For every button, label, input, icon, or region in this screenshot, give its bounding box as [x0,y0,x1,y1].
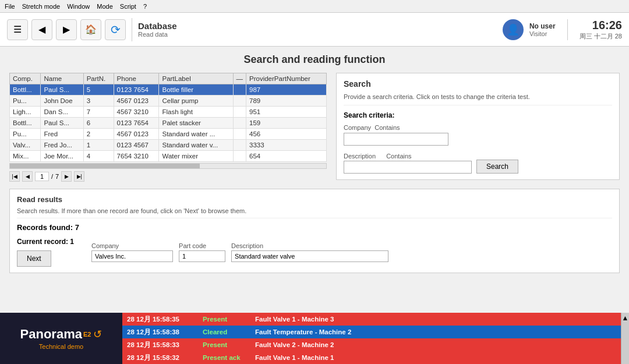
description-filter-label: Description Contains [344,153,472,160]
table-prev-btn[interactable]: ◀ [22,171,33,182]
menu-stretch[interactable]: Stretch mode [22,3,60,10]
main-content: Search and reading function Comp. Name P… [0,47,629,280]
search-hint: Provide a search criteria. Click on test… [344,93,612,105]
forward-button[interactable]: ▶ [56,19,77,40]
current-record-label: Current record: 1 [17,238,74,246]
col-phone: Phone [114,73,159,84]
cell-ppn: 951 [246,107,327,118]
alert-row: 28 12月 15:58:32 Present ack Fault Valve … [122,351,621,364]
search-panel-title: Search [344,79,612,89]
table-last-btn[interactable]: ▶| [74,171,84,182]
cell-name: Joe Mor... [41,151,83,162]
description-field-input[interactable] [231,250,388,262]
cell-name: Paul S... [41,84,83,96]
table-row[interactable]: Valv... Fred Jo... 1 0123 4567 Standard … [10,140,327,151]
description-field-label: Description [231,242,388,249]
user-info: No user Visitor [529,22,556,37]
table-first-btn[interactable]: |◀ [9,171,20,182]
description-search-row: Description Contains Search [344,153,612,174]
cell-ppn: 987 [246,84,327,96]
cell-name: John Doe [41,96,83,107]
time-display: 16:26 [579,19,622,32]
table-scrollbar[interactable] [9,163,327,169]
alert-desc: Fault Valve 1 - Machine 1 [255,354,334,361]
company-search-input[interactable] [344,133,448,146]
menu-file[interactable]: File [5,3,15,10]
cell-sep [233,129,246,140]
alert-time: 28 12月 15:58:38 [127,328,203,337]
user-avatar: 👤 [503,19,524,40]
menu-window[interactable]: Window [67,3,90,10]
logo-e2: E2 [83,331,91,338]
alert-row: 28 12月 15:58:38 Cleared Fault Temperatur… [122,326,621,338]
results-title: Read results [17,195,612,204]
next-button[interactable]: Next [17,250,51,267]
partcode-field: Part code [179,242,225,262]
menu-script[interactable]: Script [120,3,136,10]
alert-status: Present ack [203,354,255,361]
cell-partlabel: Flash light [159,107,233,118]
description-field: Description [231,242,388,262]
cell-sep [233,84,246,96]
results-record-row: Current record: 1 Next Company Part code… [17,238,612,267]
search-criteria-title: Search criteria: [344,111,612,119]
back-button[interactable]: ◀ [31,19,52,40]
table-body: Bottl... Paul S... 5 0123 7654 Bottle fi… [10,84,327,162]
cell-name: Fred Jo... [41,140,83,151]
table-row[interactable]: Ligh... Dan S... 7 4567 3210 Flash light… [10,107,327,118]
col-name: Name [41,73,83,84]
menu-hamburger-button[interactable]: ☰ [7,19,28,40]
logo-subtitle: Technical demo [39,343,83,350]
col-partlabel: PartLabel [159,73,233,84]
table-next-btn[interactable]: ▶ [61,171,72,182]
refresh-button[interactable]: ⟳ [105,19,126,40]
cell-comp: Pu... [10,129,41,140]
company-field-label: Company [91,242,173,249]
company-field-input[interactable] [91,250,173,262]
alerts-scrollbar[interactable]: ▲ [621,313,629,364]
alert-row: 28 12月 15:58:35 Present Fault Valve 1 - … [122,313,621,326]
table-row[interactable]: Pu... Fred 2 4567 0123 Standard water ..… [10,129,327,140]
table-row[interactable]: Bottl... Paul S... 6 0123 7654 Palet sta… [10,118,327,129]
search-button[interactable]: Search [476,160,518,174]
alert-time: 28 12月 15:58:32 [127,354,203,362]
table-row[interactable]: Pu... John Doe 3 4567 0123 Cellar pump 7… [10,96,327,107]
table-header: Comp. Name PartN. Phone PartLabel — Prov… [10,73,327,84]
cell-comp: Pu... [10,96,41,107]
cell-name: Dan S... [41,107,83,118]
cell-phone: 0123 7654 [114,118,159,129]
table-nav: |◀ ◀ 1 / 7 ▶ ▶| [9,171,327,182]
table-section: Comp. Name PartN. Phone PartLabel — Prov… [9,73,327,182]
data-table: Comp. Name PartN. Phone PartLabel — Prov… [9,73,327,162]
menu-mode[interactable]: Mode [97,3,113,10]
cell-partlabel: Water mixer [159,151,233,162]
table-row[interactable]: Bottl... Paul S... 5 0123 7654 Bottle fi… [10,84,327,96]
record-fields: Company Part code Description [91,242,388,262]
cell-partno: 7 [83,107,114,118]
menu-bar: File Stretch mode Window Mode Script ? [0,0,629,13]
results-hint: Search results. If more than one record … [17,207,612,218]
toolbar: ☰ ◀ ▶ 🏠 ⟳ Database Read data 👤 No user V… [0,13,629,47]
cell-comp: Valv... [10,140,41,151]
partcode-field-input[interactable] [179,250,225,262]
cell-ppn: 3333 [246,140,327,151]
date-display: 周三 十二月 28 [579,32,622,41]
logo-icon: ↺ [93,328,102,341]
cell-partlabel: Bottle filler [159,84,233,96]
alert-status: Cleared [203,328,255,335]
user-section: 👤 No user Visitor [503,19,568,40]
cell-sep [233,140,246,151]
cell-partlabel: Standard water ... [159,129,233,140]
menu-help[interactable]: ? [143,3,147,10]
alert-desc: Fault Temperature - Machine 2 [255,328,351,335]
table-row[interactable]: Mix... Joe Mor... 4 7654 3210 Water mixe… [10,151,327,162]
cell-partno: 6 [83,118,114,129]
cell-partno: 4 [83,151,114,162]
results-section: Read results Search results. If more tha… [9,189,620,273]
cell-phone: 4567 3210 [114,107,159,118]
cell-comp: Mix... [10,151,41,162]
col-comp: Comp. [10,73,41,84]
home-button[interactable]: 🏠 [80,19,101,40]
description-search-input[interactable] [344,161,472,174]
toolbar-divider [132,18,132,41]
